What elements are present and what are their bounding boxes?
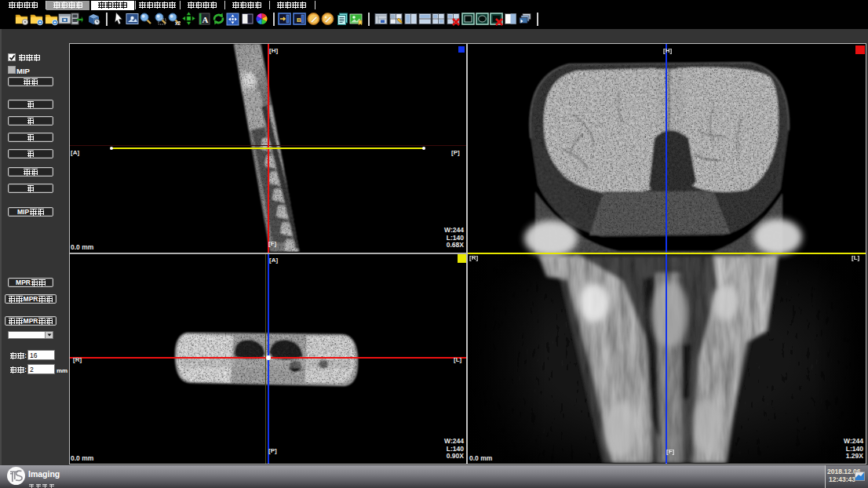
svg-text:B: B (297, 16, 301, 24)
svg-text:x2: x2 (175, 20, 181, 26)
svg-text:A: A (202, 15, 208, 24)
